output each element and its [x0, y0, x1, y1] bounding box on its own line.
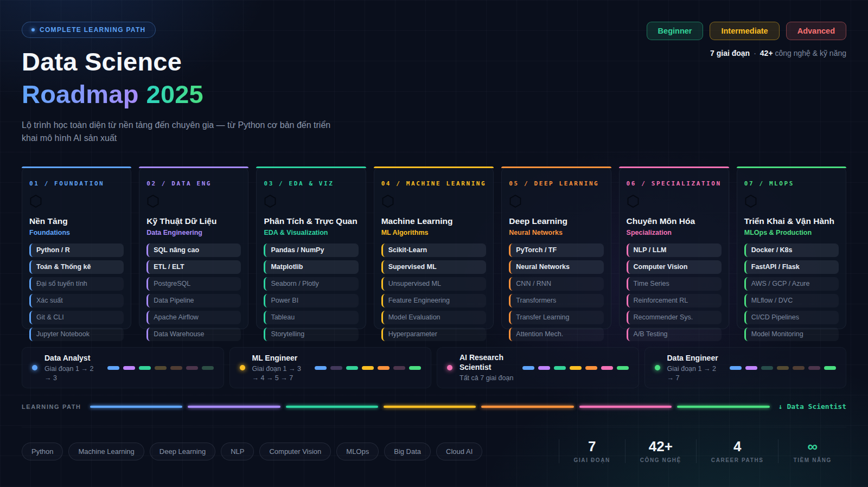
- skill-item: Unsupervised ML: [381, 277, 487, 291]
- learning-path-segment: [384, 406, 476, 408]
- hexagon-icon: [29, 194, 42, 208]
- stat-value: ∞: [793, 439, 832, 453]
- header-stat-separator: ·: [754, 49, 756, 57]
- hero: Data Science Roadmap2025 Lộ trình học to…: [22, 46, 846, 145]
- stage-dash: [393, 366, 405, 370]
- hero-left: Data Science Roadmap2025 Lộ trình học to…: [22, 46, 331, 145]
- title-line-2: Roadmap2025: [22, 78, 331, 111]
- stage-dash: [202, 366, 214, 370]
- stat-value: 7: [574, 439, 610, 453]
- learning-path-segment: [481, 406, 573, 408]
- stage-title: Machine Learning: [381, 216, 487, 226]
- footer: Python Machine Learning Deep Learning NL…: [22, 427, 846, 463]
- header-stat-rest: công nghệ & kỹ năng: [775, 49, 846, 57]
- badge-label: COMPLETE LEARNING PATH: [40, 26, 146, 34]
- hexagon-icon: [146, 194, 159, 208]
- stage-title: Deep Learning: [509, 216, 603, 226]
- stat-label: CAREER PATHS: [711, 457, 764, 463]
- stage-card: 07 / MLOPS Triển Khai & Vận Hành MLOps &…: [737, 166, 846, 329]
- skill-item: Feature Engineering: [381, 294, 487, 307]
- stage-title: Chuyên Môn Hóa: [627, 216, 722, 226]
- skill-item: PostgreSQL: [146, 277, 241, 291]
- learning-path-segment: [286, 406, 378, 408]
- topic-tag[interactable]: Cloud AI: [436, 443, 482, 460]
- career-path: Giai đoạn 1 → 2 → 7: [667, 364, 723, 382]
- skill-item: Time Series: [627, 277, 722, 291]
- stage-dash: [186, 366, 198, 370]
- topic-tag[interactable]: Python: [22, 443, 63, 460]
- career-card: Data Analyst Giai đoạn 1 → 2 → 3: [22, 347, 224, 388]
- skill-item: Data Pipeline: [146, 294, 241, 307]
- stage-card: 05 / DEEP LEARNING Deep Learning Neural …: [501, 166, 611, 329]
- career-dot-icon: [447, 365, 452, 370]
- topic-tag[interactable]: Big Data: [384, 443, 431, 460]
- career-path: Giai đoạn 1 → 3 → 4 → 5 → 7: [252, 364, 308, 382]
- career-card: AI Research Scientist Tất cả 7 giai đoạn: [437, 347, 639, 388]
- skill-item: Jupyter Notebook: [29, 328, 124, 341]
- stage-dash: [745, 366, 757, 370]
- skill-item: Docker / K8s: [744, 244, 839, 257]
- footer-stat: 7 GIAI ĐOẠN: [559, 439, 625, 463]
- level-button[interactable]: Advanced: [786, 22, 846, 40]
- stage-dash: [330, 366, 342, 370]
- stat-label: CÔNG NGHỆ: [640, 457, 681, 463]
- skill-item: AWS / GCP / Azure: [744, 277, 839, 291]
- skill-item: Attention Mech.: [509, 328, 603, 341]
- skill-item: Đại số tuyến tính: [29, 277, 124, 291]
- topic-tag[interactable]: Computer Vision: [259, 443, 331, 460]
- stage-cards: 01 / FOUNDATION Nền Tảng Foundations Pyt…: [22, 166, 846, 329]
- stage-dash: [617, 366, 629, 370]
- stage-subtitle: Foundations: [29, 229, 124, 236]
- level-button[interactable]: Beginner: [647, 22, 704, 40]
- stage-subtitle: EDA & Visualization: [264, 229, 358, 236]
- career-name: Data Analyst: [44, 354, 100, 363]
- career-name: AI Research Scientist: [459, 353, 515, 372]
- level-button[interactable]: Intermediate: [710, 22, 779, 40]
- skill-item: Model Evaluation: [381, 311, 487, 324]
- page-subtitle: Lộ trình học toàn diện từ nền tảng đến c…: [22, 119, 331, 145]
- career-stage-dashes: [315, 366, 421, 370]
- stage-subtitle: Specialization: [627, 229, 722, 236]
- stage-dash: [761, 366, 773, 370]
- skill-list: NLP / LLM Computer Vision Time Series Re…: [627, 244, 722, 341]
- learning-path-segment: [188, 406, 280, 408]
- learning-path-label: LEARNING PATH: [22, 403, 81, 410]
- hexagon-icon: [744, 194, 757, 208]
- stage-number: 07 / MLOPS: [744, 180, 839, 187]
- stage-subtitle: Data Engineering: [146, 229, 241, 236]
- learning-path-target: ↓ Data Scientist: [778, 402, 846, 411]
- page: COMPLETE LEARNING PATH Beginner Intermed…: [0, 0, 868, 487]
- stage-number: 05 / DEEP LEARNING: [509, 180, 603, 187]
- stage-dash: [346, 366, 358, 370]
- skill-item: Neural Networks: [509, 260, 603, 274]
- topic-tag[interactable]: Deep Learning: [150, 443, 215, 460]
- stage-subtitle: Neural Networks: [509, 229, 603, 236]
- skill-item: ETL / ELT: [146, 260, 241, 274]
- skill-item: Toán & Thống kê: [29, 260, 124, 274]
- skill-item: Xác suất: [29, 294, 124, 307]
- stage-title: Phân Tích & Trực Quan: [264, 216, 358, 226]
- hexagon-icon: [381, 194, 394, 208]
- stat-label: GIAI ĐOẠN: [574, 457, 610, 463]
- complete-learning-path-badge: COMPLETE LEARNING PATH: [22, 22, 156, 38]
- footer-stats: 7 GIAI ĐOẠN 42+ CÔNG NGHỆ 4 CAREER PATHS…: [559, 439, 846, 463]
- topic-tag[interactable]: Machine Learning: [68, 443, 144, 460]
- footer-stat: 4 CAREER PATHS: [696, 439, 778, 463]
- topic-tag[interactable]: MLOps: [336, 443, 379, 460]
- stage-dash: [378, 366, 390, 370]
- stat-value: 42+: [640, 439, 681, 453]
- stage-title: Triển Khai & Vận Hành: [744, 216, 839, 226]
- skill-list: Scikit-Learn Supervised ML Unsupervised …: [381, 244, 487, 341]
- page-title: Data Science Roadmap2025: [22, 46, 331, 110]
- title-line-1: Data Science: [22, 46, 331, 78]
- skill-item: Model Monitoring: [744, 328, 839, 341]
- career-path: Tất cả 7 giai đoạn: [459, 374, 515, 382]
- topic-tag[interactable]: NLP: [221, 443, 254, 460]
- skill-item: Python / R: [29, 244, 124, 257]
- header-stat-stages: 7 giai đoạn: [710, 49, 750, 57]
- skill-item: Matplotlib: [264, 260, 358, 274]
- career-path: Giai đoạn 1 → 2 → 3: [44, 364, 100, 382]
- career-text: Data Engineer Giai đoạn 1 → 2 → 7: [667, 354, 723, 382]
- footer-stat: 42+ CÔNG NGHỆ: [625, 439, 696, 463]
- career-stage-dashes: [107, 366, 214, 370]
